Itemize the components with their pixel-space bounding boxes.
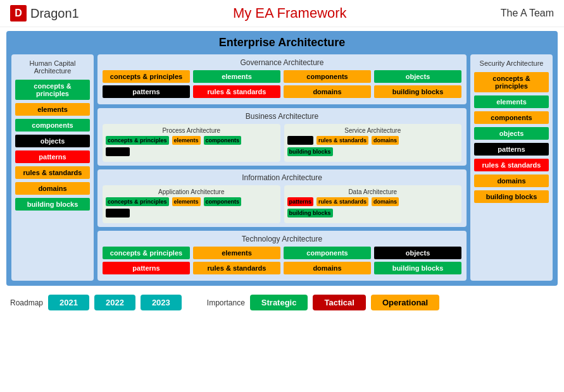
security-title: Security Architecture [474, 59, 549, 67]
arch-btn: rules & standards [316, 136, 368, 145]
arch-btn: components [284, 70, 371, 83]
importance-label: Importance [207, 298, 245, 307]
arch-btn: domains [474, 175, 549, 187]
arch-btn: concepts & principles [474, 72, 549, 92]
arch-btn: objects [474, 127, 549, 140]
arch-btn: domains [284, 85, 371, 98]
arch-btn: components [15, 119, 90, 132]
arch-btn: patterns [287, 136, 314, 145]
footer: Roadmap202120222023ImportanceStrategicTa… [0, 290, 564, 315]
arch-btn: building blocks [374, 262, 461, 274]
header: D Dragon1 My EA Framework The A Team [0, 0, 564, 27]
roadmap-year-btn[interactable]: 2023 [141, 295, 182, 310]
logo-icon: D [10, 5, 27, 21]
service-title: Service Architecture [287, 127, 459, 134]
arch-btn: concepts & principles [106, 136, 169, 145]
arch-btn: patterns [15, 150, 90, 163]
business-title: Business Architecture [103, 112, 461, 121]
arch-btn: rules & standards [193, 85, 280, 98]
process-title: Process Architecture [106, 127, 277, 134]
arch-btn: elements [15, 103, 90, 116]
roadmap-label: Roadmap [10, 298, 43, 307]
human-capital-panel: Human Capital Architectureconcepts & pri… [11, 54, 94, 281]
data-title: Data Architecture [287, 188, 459, 195]
arch-btn: concepts & principles [15, 80, 90, 100]
human-capital-title: Human Capital Architecture [15, 59, 90, 75]
app-title: My EA Framework [233, 5, 347, 21]
arch-btn: rules & standards [15, 166, 90, 179]
governance-block: Governance Architectureconcepts & princi… [97, 54, 467, 104]
security-panel: Security Architectureconcepts & principl… [470, 54, 553, 281]
main-panel: Enterprise ArchitectureHuman Capital Arc… [6, 31, 558, 286]
arch-btn: concepts & principles [103, 247, 190, 259]
arch-btn: objects [374, 70, 461, 83]
arch-btn: patterns [287, 197, 314, 206]
arch-btn: concepts & principles [103, 70, 190, 83]
arch-btn: building blocks [287, 147, 333, 156]
arch-btn: objects [106, 147, 130, 156]
arch-btn: patterns [103, 85, 190, 98]
process-arch: Process Architectureconcepts & principle… [103, 124, 280, 162]
arch-btn: objects [106, 209, 130, 217]
arch-btn: elements [193, 247, 280, 259]
team-name: The A Team [501, 8, 554, 19]
logo: D Dragon1 [10, 5, 79, 21]
importance-section: ImportanceStrategicTacticalOperational [207, 295, 439, 310]
arch-btn: domains [15, 182, 90, 195]
arch-btn: rules & standards [474, 159, 549, 171]
information-sub-archs: Application Architectureconcepts & princ… [103, 185, 461, 223]
governance-title: Governance Architecture [103, 58, 461, 67]
arch-btn: domains [372, 136, 399, 145]
importance-btn[interactable]: Tactical [313, 295, 365, 310]
arch-btn: components [204, 197, 242, 206]
arch-btn: elements [172, 136, 201, 145]
arch-btn: domains [284, 262, 371, 274]
arch-btn: domains [372, 197, 399, 206]
arch-btn: building blocks [287, 209, 333, 217]
ea-title: Enterprise Architecture [11, 36, 553, 49]
logo-text: Dragon1 [30, 6, 79, 21]
roadmap-year-btn[interactable]: 2022 [94, 295, 135, 310]
arch-btn: components [474, 111, 549, 124]
roadmap-year-btn[interactable]: 2021 [48, 295, 89, 310]
importance-btn[interactable]: Operational [371, 295, 439, 310]
arch-btn: objects [15, 135, 90, 147]
arch-btn: elements [172, 197, 201, 206]
content: Human Capital Architectureconcepts & pri… [11, 54, 553, 281]
business-sub-archs: Process Architectureconcepts & principle… [103, 124, 461, 162]
application-title: Application Architecture [106, 188, 277, 195]
technology-title: Technology Architecture [103, 235, 461, 243]
roadmap-section: Roadmap202120222023 [10, 295, 182, 310]
arch-btn: objects [374, 247, 461, 259]
data-arch: Data Architecturepatternsrules & standar… [284, 185, 462, 223]
arch-btn: elements [193, 70, 280, 83]
arch-btn: patterns [103, 262, 190, 274]
importance-btn[interactable]: Strategic [250, 295, 308, 310]
arch-btn: rules & standards [316, 197, 368, 206]
arch-btn: elements [474, 95, 549, 108]
information-title: Information Architecture [103, 173, 461, 182]
information-block: Information ArchitectureApplication Arch… [97, 169, 467, 227]
center-panel: Governance Architectureconcepts & princi… [97, 54, 467, 281]
arch-btn: building blocks [374, 85, 461, 98]
business-block: Business ArchitectureProcess Architectur… [97, 108, 467, 166]
arch-btn: concepts & principles [106, 197, 169, 206]
application-arch: Application Architectureconcepts & princ… [103, 185, 280, 223]
arch-btn: components [204, 136, 242, 145]
technology-block: Technology Architectureconcepts & princi… [97, 231, 467, 281]
arch-btn: rules & standards [193, 262, 280, 274]
arch-btn: building blocks [15, 198, 90, 211]
arch-btn: components [284, 247, 371, 259]
service-arch: Service Architecturepatternsrules & stan… [284, 124, 462, 162]
arch-btn: building blocks [474, 190, 549, 203]
arch-btn: patterns [474, 143, 549, 156]
